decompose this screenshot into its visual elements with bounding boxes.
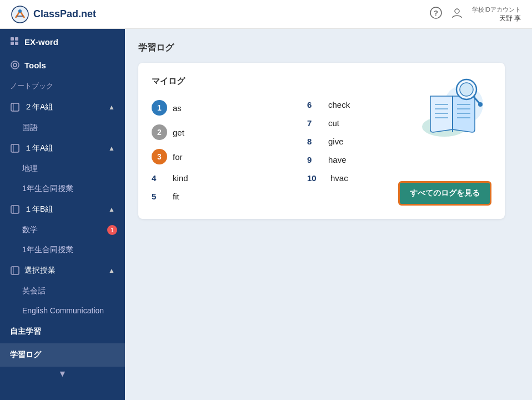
- word-num-1: 1: [152, 100, 167, 116]
- logo-icon: [11, 6, 29, 23]
- book-icon-3: [10, 204, 20, 214]
- sidebar: EX-word Tools ノートブック: [0, 29, 125, 400]
- svg-point-0: [12, 6, 28, 23]
- logo[interactable]: ClassPad.net: [11, 6, 96, 23]
- svg-rect-15: [11, 206, 19, 213]
- sidebar-group-label-sentaku: 選択授業: [24, 266, 56, 276]
- svg-rect-13: [11, 144, 19, 152]
- sidebar-group-sentaku: 選択授業 ▲ 英会話 English Communication: [0, 260, 125, 320]
- svg-rect-11: [11, 103, 19, 111]
- word-num-9: 9: [307, 155, 323, 164]
- chevron-up-icon-2: ▲: [108, 144, 115, 152]
- word-row-1: 1 as: [152, 96, 285, 120]
- book-icon-2: [10, 143, 20, 153]
- svg-point-31: [460, 83, 473, 96]
- word-text-4: kind: [173, 173, 188, 183]
- word-row-3: 3 for: [152, 144, 285, 169]
- app-header: ClassPad.net ? 学校IDアカウント 天野 享: [0, 0, 532, 29]
- word-num-5: 5: [152, 192, 167, 201]
- word-text-8: give: [328, 137, 344, 146]
- word-num-3: 3: [152, 149, 167, 164]
- word-text-2: get: [173, 128, 184, 137]
- grid-icon: [10, 37, 20, 47]
- sidebar-group-header-2nen-a[interactable]: ２年A組 ▲: [0, 97, 125, 118]
- sugaku-badge: 1: [107, 225, 117, 235]
- word-text-1: as: [173, 103, 182, 113]
- sidebar-group-header-1nen-b[interactable]: １年B組 ▲: [0, 199, 125, 220]
- user-icon[interactable]: [451, 7, 463, 22]
- chevron-up-icon-3: ▲: [108, 206, 115, 213]
- book-icon-4: [10, 266, 20, 276]
- sidebar-item-sugaku[interactable]: 数学 1: [0, 220, 125, 240]
- scroll-indicator: ▼: [0, 367, 125, 381]
- header-right: ? 学校IDアカウント 天野 享: [430, 6, 521, 23]
- chevron-up-icon: ▲: [108, 103, 115, 111]
- gakushu-log-label: 学習ログ: [10, 350, 41, 360]
- sidebar-item-ex-word[interactable]: EX-word: [0, 29, 125, 52]
- svg-rect-6: [15, 37, 18, 41]
- svg-point-4: [455, 9, 459, 13]
- help-icon[interactable]: ?: [430, 7, 442, 22]
- sidebar-group-2nen-a: ２年A組 ▲ 国語: [0, 97, 125, 138]
- word-num-10: 10: [307, 173, 325, 183]
- sidebar-item-notebook[interactable]: ノートブック: [0, 76, 125, 97]
- sidebar-item-gakushu-log[interactable]: 学習ログ: [0, 343, 125, 367]
- svg-rect-8: [15, 42, 18, 45]
- sidebar-group-header-sentaku[interactable]: 選択授業 ▲: [0, 260, 125, 281]
- svg-rect-5: [11, 37, 14, 41]
- word-num-4: 4: [152, 173, 167, 183]
- card-illustration: [414, 74, 491, 152]
- logo-text: ClassPad.net: [33, 8, 96, 20]
- word-text-6: check: [328, 100, 350, 109]
- view-all-button[interactable]: すべてのログを見る: [398, 181, 491, 206]
- my-log-card: マイログ: [138, 63, 505, 219]
- sidebar-group-1nen-a: １年A組 ▲ 地理 1年生合同授業: [0, 138, 125, 199]
- jishu-label: 自主学習: [10, 327, 41, 337]
- tools-icon: [10, 60, 20, 70]
- sidebar-item-jishu[interactable]: 自主学習: [0, 320, 125, 343]
- word-num-2: 2: [152, 124, 167, 140]
- sidebar-item-chiri[interactable]: 地理: [0, 159, 125, 179]
- svg-point-1: [18, 9, 22, 13]
- svg-text:?: ?: [434, 9, 438, 17]
- svg-rect-7: [11, 42, 14, 45]
- svg-rect-17: [11, 267, 19, 274]
- word-text-3: for: [173, 152, 183, 162]
- sidebar-group-header-1nen-a[interactable]: １年A組 ▲: [0, 138, 125, 159]
- user-name: 天野 享: [499, 14, 521, 23]
- word-grid: 1 as 2 get 3 for 4 kind: [152, 96, 440, 206]
- chevron-up-icon-4: ▲: [108, 267, 115, 274]
- word-text-10: hvac: [330, 173, 348, 183]
- word-text-9: have: [328, 155, 347, 164]
- sidebar-group-label-1nen-a: １年A組: [24, 143, 53, 153]
- book-icon: [10, 102, 20, 112]
- user-info: 学校IDアカウント 天野 享: [472, 6, 521, 23]
- main-content: 学習ログ マイログ: [125, 29, 532, 400]
- word-row-2: 2 get: [152, 120, 285, 144]
- sidebar-item-1nen-kyodo-b[interactable]: 1年生合同授業: [0, 240, 125, 260]
- svg-point-33: [478, 102, 483, 107]
- page-title: 学習ログ: [138, 42, 519, 54]
- word-text-5: fit: [173, 192, 179, 201]
- svg-point-9: [11, 61, 19, 69]
- school-id-label: 学校IDアカウント: [472, 6, 521, 14]
- sidebar-item-kokugo[interactable]: 国語: [0, 118, 125, 138]
- sidebar-group-1nen-b: １年B組 ▲ 数学 1 1年生合同授業: [0, 199, 125, 260]
- word-row-9: 9 have: [307, 151, 440, 169]
- layout: EX-word Tools ノートブック: [0, 29, 532, 400]
- word-row-5: 5 fit: [152, 187, 285, 206]
- word-row-4: 4 kind: [152, 169, 285, 187]
- sidebar-group-label-1nen-b: １年B組: [24, 204, 53, 214]
- word-text-7: cut: [328, 118, 339, 128]
- sidebar-item-1nen-kyodo-a[interactable]: 1年生合同授業: [0, 179, 125, 199]
- svg-point-10: [13, 63, 17, 67]
- word-num-7: 7: [307, 118, 323, 128]
- sidebar-item-tools[interactable]: Tools: [0, 52, 125, 76]
- word-num-6: 6: [307, 100, 323, 109]
- word-num-8: 8: [307, 137, 323, 146]
- sidebar-item-eikaiwa[interactable]: 英会話: [0, 281, 125, 301]
- sidebar-group-label-2nen-a: ２年A組: [24, 102, 53, 112]
- sidebar-item-english-comm[interactable]: English Communication: [0, 301, 125, 320]
